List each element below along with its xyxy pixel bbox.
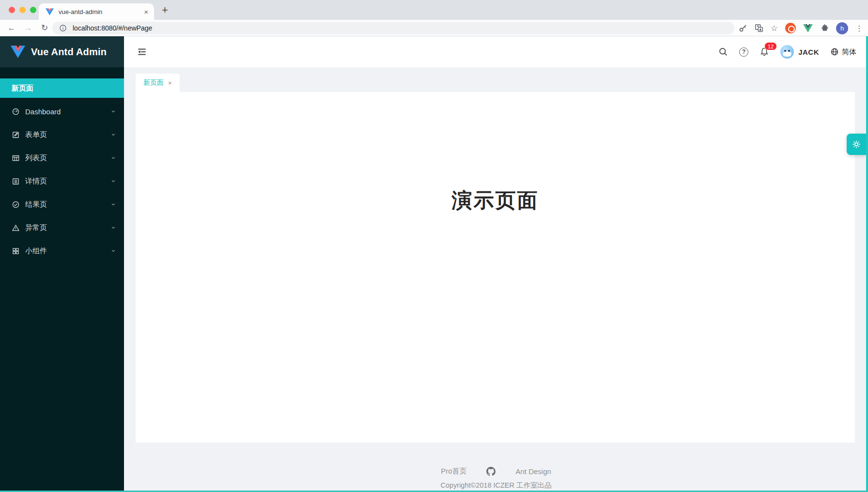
traffic-lights bbox=[9, 7, 36, 13]
sidebar-menu: 新页面Dashboard表单页列表页详情页结果页异常页小组件 bbox=[0, 67, 124, 261]
translate-icon[interactable] bbox=[755, 24, 763, 32]
check-circle-icon bbox=[12, 200, 20, 209]
footer: Pro首页 Ant Design Copyright©2018 ICZER 工作… bbox=[124, 443, 868, 492]
new-tab-button[interactable]: + bbox=[162, 4, 168, 16]
sidebar-item-label: 表单页 bbox=[25, 130, 47, 139]
sidebar-item-label: 新页面 bbox=[12, 84, 33, 93]
user-avatar bbox=[780, 45, 794, 59]
chevron-down-icon bbox=[110, 108, 116, 114]
chevron-down-icon bbox=[110, 201, 116, 207]
chevron-down-icon bbox=[110, 225, 116, 231]
page-tab-close-icon[interactable]: × bbox=[168, 79, 172, 87]
gear-icon bbox=[851, 138, 862, 150]
sidebar-item-label: 详情页 bbox=[25, 177, 47, 186]
settings-drawer-button[interactable] bbox=[847, 134, 866, 155]
warning-icon bbox=[12, 224, 20, 232]
sidebar-item-label: Dashboard bbox=[25, 108, 61, 116]
app-header: ? 12 JACK bbox=[124, 36, 868, 67]
footer-links: Pro首页 Ant Design bbox=[441, 466, 551, 477]
browser-toolbar: ← → ↻ localhost:8080/#/newPage bbox=[0, 20, 868, 36]
toolbar-actions: ☆ h ⋮ bbox=[739, 20, 863, 36]
page-title: 演示页面 bbox=[452, 187, 539, 216]
theme-edge-right bbox=[866, 36, 868, 492]
language-selector[interactable]: 简体 bbox=[830, 47, 856, 57]
browser-profile-avatar[interactable]: h bbox=[836, 22, 848, 34]
sidebar-item-exception[interactable]: 异常页 bbox=[0, 218, 124, 237]
footer-link-ant-design[interactable]: Ant Design bbox=[515, 467, 551, 476]
minimize-window-button[interactable] bbox=[19, 7, 26, 13]
page-tab-label: 新页面 bbox=[143, 78, 164, 87]
browser-tab-title: vue-antd-admin bbox=[59, 8, 144, 15]
url-text[interactable]: localhost:8080/#/newPage bbox=[73, 24, 152, 32]
zoom-window-button[interactable] bbox=[30, 7, 36, 13]
sidebar-item-label: 列表页 bbox=[25, 154, 47, 163]
tab-close-icon[interactable]: × bbox=[144, 8, 148, 15]
help-icon[interactable]: ? bbox=[739, 47, 748, 57]
app-title: Vue Antd Admin bbox=[31, 46, 107, 58]
github-icon[interactable] bbox=[486, 466, 496, 477]
copyright: Copyright©2018 ICZER 工作室出品 bbox=[440, 481, 551, 490]
sidebar: Vue Antd Admin 新页面Dashboard表单页列表页详情页结果页异… bbox=[0, 36, 124, 492]
page-tabbar: 新页面 × bbox=[124, 67, 868, 92]
vue-favicon-icon bbox=[46, 8, 54, 15]
bookmark-star-icon[interactable]: ☆ bbox=[771, 23, 778, 33]
extension-icon-vue[interactable] bbox=[803, 24, 813, 32]
username: JACK bbox=[798, 48, 819, 56]
table-icon bbox=[12, 154, 20, 162]
sidebar-item-form[interactable]: 表单页 bbox=[0, 125, 124, 144]
search-icon[interactable] bbox=[718, 47, 728, 57]
sidebar-item-label: 小组件 bbox=[25, 246, 47, 256]
address-bar[interactable]: localhost:8080/#/newPage bbox=[52, 22, 734, 34]
chevron-down-icon bbox=[110, 178, 116, 184]
profile-icon bbox=[12, 177, 20, 185]
form-icon bbox=[12, 131, 20, 139]
browser-tab[interactable]: vue-antd-admin × bbox=[39, 3, 154, 20]
sidebar-item-result[interactable]: 结果页 bbox=[0, 195, 124, 214]
forward-icon[interactable]: → bbox=[21, 21, 35, 35]
extension-icon-orange[interactable] bbox=[785, 23, 796, 33]
notification-bell[interactable]: 12 bbox=[760, 47, 769, 57]
chevron-down-icon bbox=[110, 132, 116, 138]
main-area: ? 12 JACK bbox=[124, 36, 868, 492]
app-logo[interactable]: Vue Antd Admin bbox=[0, 36, 124, 67]
globe-icon bbox=[830, 47, 839, 56]
browser-window: vue-antd-admin × + ← → ↻ localhost:8080/… bbox=[0, 0, 868, 492]
page-tab-active[interactable]: 新页面 × bbox=[136, 74, 180, 92]
browser-menu-icon[interactable]: ⋮ bbox=[855, 24, 863, 33]
vue-logo-icon bbox=[11, 46, 25, 58]
sidebar-item-widgets[interactable]: 小组件 bbox=[0, 241, 124, 261]
sidebar-item-detail[interactable]: 详情页 bbox=[0, 171, 124, 191]
header-actions: ? 12 JACK bbox=[718, 36, 856, 67]
site-info-icon[interactable] bbox=[59, 24, 67, 32]
sidebar-item-label: 异常页 bbox=[25, 223, 47, 232]
language-label: 简体 bbox=[842, 47, 856, 57]
browser-tabstrip: vue-antd-admin × + bbox=[0, 0, 868, 20]
notification-badge: 12 bbox=[764, 42, 777, 50]
sidebar-item-dashboard[interactable]: Dashboard bbox=[0, 102, 124, 121]
sidebar-item-list[interactable]: 列表页 bbox=[0, 148, 124, 168]
appstore-icon bbox=[12, 247, 20, 255]
sidebar-item-new-page[interactable]: 新页面 bbox=[0, 78, 124, 98]
password-key-icon[interactable] bbox=[739, 24, 747, 32]
reload-icon[interactable]: ↻ bbox=[38, 21, 51, 35]
back-icon[interactable]: ← bbox=[5, 21, 18, 35]
app-root: Vue Antd Admin 新页面Dashboard表单页列表页详情页结果页异… bbox=[0, 36, 868, 492]
extensions-puzzle-icon[interactable] bbox=[820, 24, 829, 32]
close-window-button[interactable] bbox=[9, 7, 15, 13]
chevron-down-icon bbox=[110, 248, 116, 254]
dashboard-icon bbox=[12, 108, 20, 116]
menu-fold-icon[interactable] bbox=[137, 46, 147, 57]
user-menu[interactable]: JACK bbox=[780, 45, 819, 59]
footer-link-pro-home[interactable]: Pro首页 bbox=[441, 467, 466, 476]
chevron-down-icon bbox=[110, 155, 116, 161]
sidebar-item-label: 结果页 bbox=[25, 200, 47, 209]
content-panel: 演示页面 bbox=[136, 92, 855, 443]
